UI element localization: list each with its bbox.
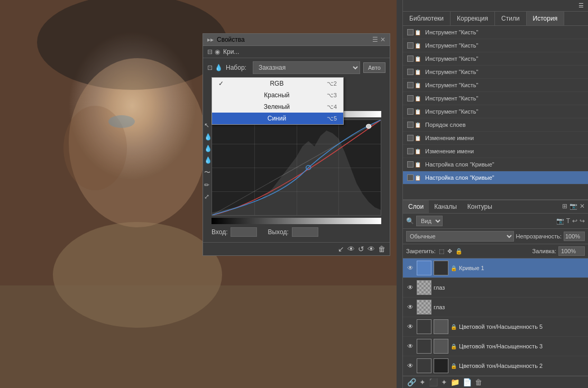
layer-smart-filter-icon[interactable]: ↪ — [580, 217, 585, 225]
eyedropper-icon[interactable]: 💧 — [215, 64, 223, 71]
fill-input[interactable] — [558, 246, 585, 256]
smooth-curve-icon[interactable]: 〜 — [204, 168, 212, 177]
adjust-tool-icon[interactable]: ⤢ — [204, 193, 212, 200]
nabor-select[interactable]: Заказная — [253, 61, 360, 74]
properties-content: ⊡ 💧 Набор: Заказная Авто ✓ RGB ⌥2 Красны… — [203, 58, 390, 242]
layer-adjustment-filter-icon[interactable]: T — [566, 217, 570, 225]
expand-icon[interactable]: ▸▸ — [207, 36, 214, 43]
layer-vis-eye1[interactable]: 👁 — [406, 283, 415, 292]
add-group-icon[interactable]: 📁 — [451, 378, 460, 386]
properties-close-icon[interactable]: ✕ — [380, 36, 385, 43]
history-item-4[interactable]: 📋 Инструмент "Кисть" — [403, 79, 588, 92]
history-item-0[interactable]: 📋 Инструмент "Кисть" — [403, 26, 588, 39]
pencil-tool-icon[interactable]: ✏ — [204, 181, 212, 189]
blend-mode-select[interactable]: Обычные — [406, 231, 514, 242]
channel-green-item[interactable]: Зеленый ⌥4 — [212, 101, 343, 113]
panel-menu-icon[interactable]: ☰ — [578, 2, 584, 8]
layer-vis-hue5[interactable]: 👁 — [406, 322, 415, 331]
history-label-10: Настройка слоя "Кривые" — [425, 161, 494, 168]
history-item-3[interactable]: 📋 Инструмент "Кисть" — [403, 66, 588, 79]
history-item-5[interactable]: 📋 Инструмент "Кисть" — [403, 92, 588, 105]
curves-tools: ↖ 💧 💧 💧 〜 ✏ ⤢ — [204, 122, 212, 200]
history-checkbox-9 — [407, 148, 414, 154]
history-icon-10: 📋 — [414, 160, 422, 169]
history-item-1[interactable]: 📋 Инструмент "Кисть" — [403, 39, 588, 52]
output-value[interactable] — [292, 227, 318, 237]
history-icon-9: 📋 — [414, 147, 422, 155]
layer-name-hue5: Цветовой тон/Насыщенность 5 — [459, 324, 585, 330]
layer-snapshot-icon[interactable]: 📷 — [569, 202, 577, 211]
reset-icon[interactable]: ↺ — [358, 245, 364, 253]
channel-rgb-check: ✓ — [218, 80, 227, 87]
layer-item-hue2[interactable]: 👁 🔒 Цветовой тон/Насыщенность 2 — [403, 356, 588, 376]
tab-layers[interactable]: Слои — [403, 200, 429, 213]
tab-paths[interactable]: Контуры — [462, 200, 498, 213]
layer-filter-select[interactable]: Вид — [416, 216, 443, 226]
channel-dropdown: ✓ RGB ⌥2 Красный ⌥3 Зеленый ⌥4 Синий — [212, 77, 344, 125]
eyedropper-white-icon[interactable]: 💧 — [204, 156, 212, 164]
history-item-9[interactable]: 📋 Изменение имени — [403, 145, 588, 158]
properties-menu-icon[interactable]: ☰ — [372, 36, 378, 43]
delete-layer-icon[interactable]: 🗑 — [475, 378, 482, 386]
opacity-input[interactable] — [564, 232, 585, 241]
layer-delete-icon[interactable]: ✕ — [580, 202, 585, 211]
lock-pixels-icon[interactable]: ⬚ — [439, 248, 444, 255]
tab-styles[interactable]: Стили — [495, 12, 527, 25]
tab-channels[interactable]: Каналы — [429, 200, 462, 213]
history-label-1: Инструмент "Кисть" — [425, 42, 478, 49]
tab-correction[interactable]: Коррекция — [451, 12, 495, 25]
lock-all-icon[interactable]: 🔒 — [455, 248, 463, 255]
delete-adjustment-icon[interactable]: 🗑 — [378, 245, 385, 253]
visibility-icon[interactable]: 👁 — [347, 245, 355, 253]
layer-vis-curves[interactable]: 👁 — [406, 264, 415, 272]
history-item-10[interactable]: 📋 Настройка слоя "Кривые" — [403, 158, 588, 171]
layer-vis-hue2[interactable]: 👁 — [406, 362, 415, 370]
eyedropper-gray-icon[interactable]: 💧 — [204, 145, 212, 152]
layer-vis-hue3[interactable]: 👁 — [406, 342, 415, 350]
layer-thumb-hue2-adj — [417, 358, 431, 373]
layer-item-hue5[interactable]: 👁 🔒 Цветовой тон/Насыщенность 5 — [403, 317, 588, 337]
adj-icon-1: ⊟ — [207, 48, 213, 56]
layer-item-curves[interactable]: 👁 🔒 Кривые 1 — [403, 258, 588, 278]
history-label-7: Порядок слоев — [425, 122, 466, 128]
history-item-2[interactable]: 📋 Инструмент "Кисть" — [403, 52, 588, 66]
pointer-tool-icon[interactable]: ↖ — [204, 122, 212, 129]
layer-item-eye2[interactable]: 👁 глаз — [403, 298, 588, 317]
auto-button[interactable]: Авто — [363, 62, 385, 73]
history-item-7[interactable]: 📋 Порядок слоев — [403, 118, 588, 132]
curves-area[interactable] — [212, 119, 381, 216]
layer-item-eye1[interactable]: 👁 глаз — [403, 278, 588, 298]
layer-item-hue3[interactable]: 👁 🔒 Цветовой тон/Насыщенность 3 — [403, 337, 588, 356]
link-layers-icon[interactable]: 🔗 — [407, 378, 416, 386]
clip-to-layer-icon[interactable]: ↙ — [338, 245, 344, 253]
history-item-6[interactable]: 📋 Инструмент "Кисть" — [403, 105, 588, 118]
layer-pixel-filter-icon[interactable]: 📷 — [556, 217, 564, 225]
history-list: 📋 Инструмент "Кисть" 📋 Инструмент "Кисть… — [403, 26, 588, 199]
add-adjustment-icon[interactable]: ✦ — [441, 378, 447, 386]
nabor-row: ⊡ 💧 Набор: Заказная Авто — [207, 61, 385, 74]
history-checkbox-8 — [407, 135, 414, 141]
add-layer-icon[interactable]: 📄 — [463, 378, 472, 386]
properties-bottom-bar: ↙ 👁 ↺ 👁 🗑 — [203, 242, 390, 255]
add-style-icon[interactable]: ✦ — [419, 378, 426, 386]
layer-type-filter-icon[interactable]: ↩ — [572, 217, 577, 225]
add-mask-icon[interactable]: ⬛ — [429, 378, 438, 386]
view-previous-icon[interactable]: 👁 — [368, 245, 375, 253]
history-label-0: Инструмент "Кисть" — [425, 29, 478, 35]
input-value[interactable] — [231, 227, 257, 237]
history-checkbox-5 — [407, 95, 414, 101]
layer-add-to-comp-icon[interactable]: ⊞ — [562, 202, 567, 211]
tab-history[interactable]: История — [527, 12, 565, 25]
history-item-8[interactable]: 📋 Изменение имени — [403, 132, 588, 145]
channel-red-item[interactable]: Красный ⌥3 — [212, 89, 343, 101]
channel-rgb-item[interactable]: ✓ RGB ⌥2 — [212, 78, 343, 89]
history-label-5: Инструмент "Кисть" — [425, 95, 478, 101]
channel-select-icon[interactable]: ⊡ — [207, 64, 213, 71]
history-item-11[interactable]: 📋 Настройка слоя "Кривые" — [403, 171, 588, 184]
layer-vis-eye2[interactable]: 👁 — [406, 303, 415, 311]
lock-position-icon[interactable]: ✥ — [447, 248, 452, 255]
svg-rect-5 — [0, 285, 402, 388]
eyedropper-black-icon[interactable]: 💧 — [204, 133, 212, 141]
channel-blue-item[interactable]: Синий ⌥5 — [212, 113, 343, 124]
tab-libraries[interactable]: Библиотеки — [403, 12, 451, 25]
